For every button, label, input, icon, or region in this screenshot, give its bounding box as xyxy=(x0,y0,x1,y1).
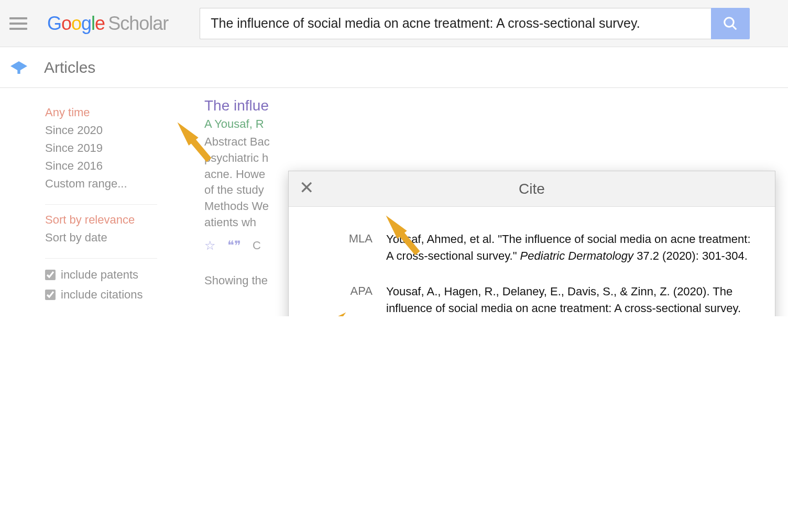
sort-group: Sort by relevance Sort by date xyxy=(45,205,157,259)
sidebar: Any time Since 2020 Since 2019 Since 201… xyxy=(0,97,178,316)
result-title[interactable]: The influe xyxy=(204,97,767,114)
sort-date[interactable]: Sort by date xyxy=(45,229,157,247)
include-citations[interactable]: include citations xyxy=(45,285,157,305)
search-button[interactable] xyxy=(711,8,750,39)
logo-product: Scholar xyxy=(108,13,168,35)
search-box xyxy=(200,8,750,39)
cite-modal: ✕ Cite MLA Yousaf, Ahmed, et al. "The in… xyxy=(288,171,775,316)
filter-since-2020[interactable]: Since 2020 xyxy=(45,121,157,139)
cite-modal-title: Cite xyxy=(519,181,545,197)
include-group: include patents include citations xyxy=(45,259,157,316)
include-patents-checkbox[interactable] xyxy=(45,270,56,280)
cite-label: APA xyxy=(299,283,373,316)
filter-any-time[interactable]: Any time xyxy=(45,104,157,121)
search-icon xyxy=(723,16,738,31)
close-icon[interactable]: ✕ xyxy=(299,179,314,196)
scholar-cap-icon xyxy=(10,61,27,74)
cite-icon[interactable]: ❝❞ xyxy=(227,238,241,253)
result-more[interactable]: C xyxy=(253,239,261,252)
star-icon[interactable]: ☆ xyxy=(204,238,216,253)
subheader-label: Articles xyxy=(44,59,95,76)
menu-icon[interactable] xyxy=(9,14,31,34)
svg-rect-3 xyxy=(17,70,20,74)
include-patents[interactable]: include patents xyxy=(45,265,157,285)
cite-label: MLA xyxy=(299,231,373,264)
search-input[interactable] xyxy=(200,8,711,39)
svg-point-0 xyxy=(725,17,734,27)
top-bar: Google Scholar xyxy=(0,0,788,47)
cite-row-apa: APA Yousaf, A., Hagen, R., Delaney, E., … xyxy=(299,274,754,316)
filter-custom-range[interactable]: Custom range... xyxy=(45,175,157,193)
cite-table: MLA Yousaf, Ahmed, et al. "The influence… xyxy=(289,207,775,316)
svg-line-1 xyxy=(732,25,737,29)
cite-row-mla: MLA Yousaf, Ahmed, et al. "The influence… xyxy=(299,221,754,274)
logo[interactable]: Google Scholar xyxy=(47,13,168,35)
sort-relevance[interactable]: Sort by relevance xyxy=(45,211,157,229)
cite-modal-header: ✕ Cite xyxy=(289,171,775,207)
filter-since-2016[interactable]: Since 2016 xyxy=(45,157,157,175)
cite-text[interactable]: Yousaf, Ahmed, et al. "The influence of … xyxy=(386,231,754,264)
filter-since-2019[interactable]: Since 2019 xyxy=(45,139,157,157)
sub-header: Articles xyxy=(0,47,788,88)
result-authors: A Yousaf, R xyxy=(204,114,767,131)
include-citations-checkbox[interactable] xyxy=(45,290,56,300)
svg-marker-2 xyxy=(10,61,27,71)
cite-text[interactable]: Yousaf, A., Hagen, R., Delaney, E., Davi… xyxy=(386,283,754,316)
time-filter-group: Any time Since 2020 Since 2019 Since 201… xyxy=(45,97,157,205)
